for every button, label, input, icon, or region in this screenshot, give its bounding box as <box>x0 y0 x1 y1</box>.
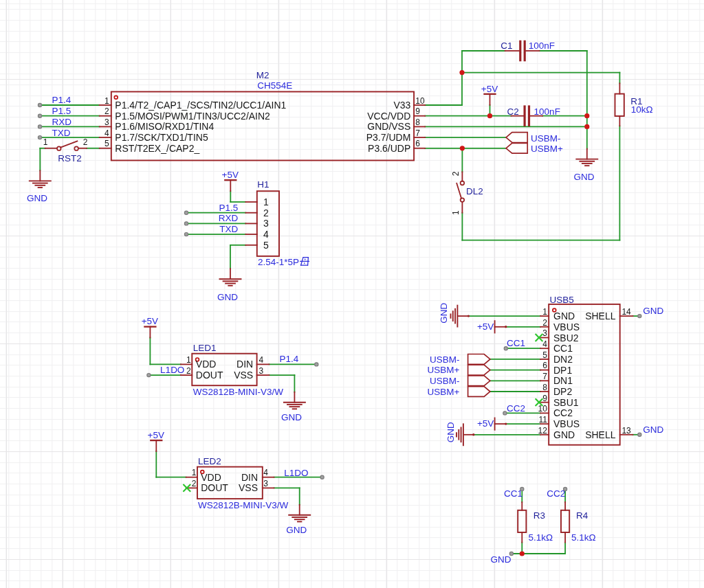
svg-text:5: 5 <box>263 240 269 251</box>
svg-text:DP2: DP2 <box>553 386 572 397</box>
svg-text:2: 2 <box>451 171 461 176</box>
svg-text:5.1kΩ: 5.1kΩ <box>571 532 596 543</box>
svg-text:2.54-1*5P: 2.54-1*5P <box>258 257 299 267</box>
svg-text:+5V: +5V <box>222 170 239 180</box>
svg-text:GND: GND <box>490 554 511 565</box>
svg-text:+5V: +5V <box>481 84 498 94</box>
svg-text:SHELL: SHELL <box>585 310 616 321</box>
svg-text:VSS: VSS <box>234 370 253 381</box>
svg-text:2: 2 <box>186 366 191 376</box>
svg-text:GND: GND <box>27 193 47 203</box>
svg-text:3: 3 <box>542 328 547 338</box>
svg-text:DL2: DL2 <box>466 186 483 196</box>
svg-text:P1.4/T2_/CAP1_/SCS/TIN2/UCC1/A: P1.4/T2_/CAP1_/SCS/TIN2/UCC1/AIN1 <box>115 100 286 111</box>
svg-text:USB5: USB5 <box>550 295 574 305</box>
svg-text:P1.5/MOSI/PWM1/TIN3/UCC2/AIN2: P1.5/MOSI/PWM1/TIN3/UCC2/AIN2 <box>115 111 270 122</box>
svg-text:SHELL: SHELL <box>585 429 616 440</box>
svg-text:3: 3 <box>104 117 109 127</box>
svg-text:3: 3 <box>258 366 263 376</box>
svg-text:7: 7 <box>542 372 547 381</box>
svg-text:7: 7 <box>415 128 420 138</box>
svg-text:10kΩ: 10kΩ <box>631 104 653 115</box>
svg-text:H1: H1 <box>257 179 269 190</box>
svg-text:VCC/VDD: VCC/VDD <box>367 111 410 122</box>
svg-text:DOUT: DOUT <box>201 482 228 493</box>
svg-text:V33: V33 <box>393 100 410 111</box>
svg-text:4: 4 <box>263 468 268 477</box>
svg-text:3: 3 <box>263 479 268 488</box>
svg-text:LED1: LED1 <box>193 343 217 353</box>
svg-text:+5V: +5V <box>142 316 158 326</box>
svg-text:USBM-: USBM- <box>430 376 460 386</box>
svg-text:100nF: 100nF <box>529 41 555 51</box>
svg-text:DN2: DN2 <box>553 354 573 365</box>
svg-text:DOUT: DOUT <box>196 370 223 381</box>
svg-text:10: 10 <box>538 404 548 414</box>
svg-text:12: 12 <box>538 426 548 436</box>
svg-text:1: 1 <box>542 307 547 317</box>
svg-text:P3.6/UDP: P3.6/UDP <box>368 143 410 154</box>
svg-text:GND: GND <box>553 429 575 440</box>
svg-text:1: 1 <box>43 137 48 147</box>
svg-text:WS2812B-MINI-V3/W: WS2812B-MINI-V3/W <box>193 387 284 397</box>
svg-text:CC2: CC2 <box>507 403 525 414</box>
svg-text:CC1: CC1 <box>504 488 522 499</box>
svg-text:VDD: VDD <box>201 472 221 483</box>
svg-text:GND: GND <box>643 425 663 435</box>
svg-text:RST/T2EX_/CAP2_: RST/T2EX_/CAP2_ <box>115 143 199 154</box>
svg-text:+5V: +5V <box>148 430 164 440</box>
svg-text:6: 6 <box>542 361 547 370</box>
svg-text:LED2: LED2 <box>198 456 221 466</box>
svg-text:4: 4 <box>542 339 547 349</box>
svg-text:4: 4 <box>263 229 269 240</box>
svg-text:L1DO: L1DO <box>284 468 308 478</box>
svg-text:9: 9 <box>542 394 547 403</box>
svg-text:DIN: DIN <box>241 472 258 483</box>
svg-text:DP1: DP1 <box>553 365 572 376</box>
svg-text:11: 11 <box>538 415 547 425</box>
svg-text:VDD: VDD <box>196 359 217 370</box>
svg-text:VBUS: VBUS <box>553 418 580 429</box>
svg-text:RXD: RXD <box>52 117 72 127</box>
svg-text:1: 1 <box>104 96 109 106</box>
svg-text:C2: C2 <box>507 106 519 117</box>
svg-text:P1.4: P1.4 <box>52 95 72 105</box>
svg-text:1: 1 <box>192 468 197 477</box>
svg-text:RST2: RST2 <box>58 153 82 163</box>
svg-text:13: 13 <box>622 426 631 436</box>
svg-text:2: 2 <box>192 479 197 488</box>
svg-text:2: 2 <box>104 106 109 116</box>
svg-text:CH554E: CH554E <box>257 80 292 91</box>
svg-text:USBM+: USBM+ <box>531 144 563 154</box>
svg-text:4: 4 <box>104 128 109 138</box>
svg-text:+5V: +5V <box>477 321 494 332</box>
svg-text:5: 5 <box>542 350 547 360</box>
svg-text:CC2: CC2 <box>553 407 573 418</box>
svg-text:3: 3 <box>263 218 269 229</box>
svg-text:8: 8 <box>542 383 547 392</box>
svg-text:VSS: VSS <box>239 482 258 493</box>
svg-text:USBM-: USBM- <box>430 354 460 365</box>
svg-text:GND: GND <box>281 412 302 422</box>
svg-text:+5V: +5V <box>477 418 494 429</box>
svg-text:RXD: RXD <box>219 213 239 223</box>
svg-text:TXD: TXD <box>52 128 71 138</box>
svg-text:CC1: CC1 <box>553 343 573 354</box>
svg-text:10: 10 <box>415 96 425 106</box>
svg-text:L1DO: L1DO <box>160 365 184 375</box>
svg-text:2: 2 <box>263 207 269 218</box>
svg-text:GND: GND <box>217 292 238 302</box>
svg-text:CC1: CC1 <box>507 338 525 348</box>
svg-text:R4: R4 <box>576 510 588 521</box>
svg-text:P1.4: P1.4 <box>280 354 299 364</box>
svg-text:5.1kΩ: 5.1kΩ <box>528 532 553 543</box>
svg-text:GND: GND <box>439 302 449 323</box>
svg-text:4: 4 <box>258 355 263 365</box>
svg-text:GND/VSS: GND/VSS <box>367 121 410 132</box>
svg-text:R3: R3 <box>534 510 545 521</box>
svg-text:2: 2 <box>83 137 88 147</box>
svg-text:6: 6 <box>415 139 420 148</box>
svg-text:SBU2: SBU2 <box>553 332 579 343</box>
svg-text:GND: GND <box>643 306 663 316</box>
svg-text:SBU1: SBU1 <box>553 397 579 408</box>
